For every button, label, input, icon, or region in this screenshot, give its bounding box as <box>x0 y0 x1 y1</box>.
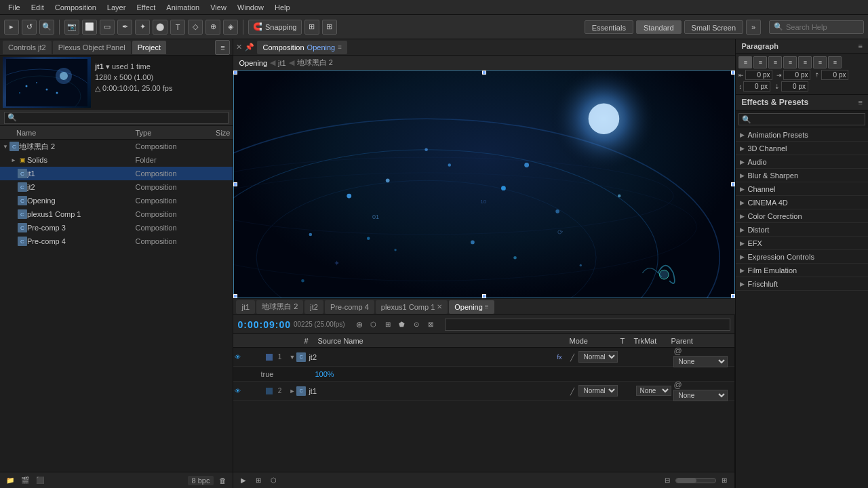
tl-tab-opening[interactable]: Opening ≡ <box>449 300 494 314</box>
layer-parent-select[interactable]: None <box>673 390 728 401</box>
align-right-btn[interactable]: ≡ <box>768 56 782 68</box>
select-box-tool[interactable]: ⬜ <box>82 20 97 35</box>
layer-keyframe-icon[interactable]: ╱ <box>570 353 578 361</box>
project-item[interactable]: C Pre-comp 4 Composition <box>0 235 233 248</box>
layer-lock-icon[interactable] <box>258 387 266 395</box>
tab-controls[interactable]: Controls jt2 <box>3 41 52 54</box>
tl-tab-close-icon[interactable]: ≡ <box>485 303 489 310</box>
layer-expand-icon[interactable]: ▼ <box>289 354 295 361</box>
workspace-more[interactable]: » <box>746 20 761 35</box>
menu-edit[interactable]: Edit <box>26 0 50 15</box>
workspace-essentials[interactable]: Essentials <box>585 20 633 34</box>
project-search-input[interactable] <box>19 114 225 122</box>
delete-btn[interactable]: 🗑 <box>216 474 229 487</box>
effect-cat-color-correction[interactable]: ▶ Color Correction <box>736 209 868 223</box>
layer-expand-icon[interactable]: ► <box>289 388 295 394</box>
expand-arrow-icon[interactable]: ► <box>11 157 18 163</box>
workspace-small-screen[interactable]: Small Screen <box>684 20 743 34</box>
layer-lock-icon[interactable] <box>258 353 266 361</box>
layer-audio-icon[interactable] <box>241 387 250 395</box>
align-just-all-btn[interactable]: ≡ <box>828 56 842 68</box>
tl-ctrl-1[interactable]: ⊛ <box>353 319 366 331</box>
opacity-value[interactable]: 100% <box>315 370 334 378</box>
mask-tool[interactable]: ▭ <box>100 20 115 35</box>
puppet-tool[interactable]: ⊕ <box>205 20 220 35</box>
project-item[interactable]: C Pre-comp 3 Composition <box>0 221 233 235</box>
comp-settings-icon[interactable]: ≡ <box>338 43 342 51</box>
timeline-current-time[interactable]: 0:00:09:00 <box>237 319 291 330</box>
menu-view[interactable]: View <box>205 0 232 15</box>
project-item[interactable]: C Opening Composition <box>0 194 233 207</box>
layer-audio-icon[interactable] <box>241 353 250 361</box>
panel-options-btn[interactable]: ≡ <box>215 40 230 55</box>
layer-visibility-icon[interactable]: 👁 <box>233 353 241 361</box>
tl-zoom-in[interactable]: ⊞ <box>718 474 730 487</box>
align-just-right-btn[interactable]: ≡ <box>813 56 827 68</box>
layer-trkmat-select[interactable]: None <box>636 386 671 396</box>
project-item[interactable]: C jt2 Composition <box>0 180 233 194</box>
breadcrumb-jt1[interactable]: jt1 <box>278 59 286 67</box>
tl-bottom-2[interactable]: ⊞ <box>252 474 264 487</box>
effect-cat-3d-channel[interactable]: ▶ 3D Channel <box>736 142 868 155</box>
space-before-input[interactable] <box>743 81 770 92</box>
effect-cat-frischluft[interactable]: ▶ Frischluft <box>736 277 868 291</box>
tl-tab-jt1[interactable]: jt1 <box>236 300 255 314</box>
new-comp-btn[interactable]: 🎬 <box>19 474 31 487</box>
effect-cat-film-emulation[interactable]: ▶ Film Emulation <box>736 264 868 277</box>
layer-visibility-icon[interactable]: 👁 <box>233 387 241 395</box>
rotation-tool[interactable]: ↺ <box>22 20 37 35</box>
effect-cat-audio[interactable]: ▶ Audio <box>736 155 868 169</box>
menu-help[interactable]: Help <box>269 0 296 15</box>
align-just-left-btn[interactable]: ≡ <box>783 56 797 68</box>
tl-tab-jt2[interactable]: jt2 <box>304 300 323 314</box>
breadcrumb-opening[interactable]: Opening <box>239 59 267 67</box>
menu-file[interactable]: File <box>3 0 26 15</box>
layer-mode-select[interactable]: Normal <box>578 385 618 396</box>
tl-ctrl-6[interactable]: ⊠ <box>425 319 437 331</box>
menu-animation[interactable]: Animation <box>161 0 205 15</box>
tl-tab-diqiu[interactable]: 地球黑白 2 <box>256 300 303 314</box>
layer-name[interactable]: jt2 <box>309 353 317 361</box>
bpc-selector[interactable]: 8 bpc <box>188 476 214 485</box>
layer-label-icon[interactable] <box>266 354 273 361</box>
tl-ctrl-3[interactable]: ⊞ <box>382 319 394 331</box>
tl-tab-close-icon[interactable]: ✕ <box>437 303 442 310</box>
indent-left-input[interactable] <box>745 70 772 80</box>
expand-arrow-icon[interactable]: ▼ <box>3 144 9 150</box>
effect-cat-channel[interactable]: ▶ Channel <box>736 182 868 196</box>
search-tool[interactable]: 🔍 <box>39 20 54 35</box>
effect-cat-distort[interactable]: ▶ Distort <box>736 223 868 237</box>
menu-layer[interactable]: Layer <box>102 0 132 15</box>
tl-tab-plexus1[interactable]: plexus1 Comp 1 ✕ <box>376 300 448 314</box>
tl-bottom-3[interactable]: ⬡ <box>267 474 279 487</box>
comp-close-icon[interactable]: ✕ <box>236 43 242 52</box>
project-item[interactable]: C jt1 Composition <box>0 167 233 180</box>
layer-fx-icon[interactable]: fx <box>557 354 561 361</box>
camera-tool[interactable]: 📷 <box>64 20 79 35</box>
space-after-input[interactable] <box>781 81 808 92</box>
new-folder-btn[interactable]: 📁 <box>4 474 16 487</box>
breadcrumb-diqiu[interactable]: 地球黑白 2 <box>297 58 333 68</box>
indent-right-input[interactable] <box>783 70 810 80</box>
tab-project[interactable]: Project <box>132 41 166 54</box>
align-tool[interactable]: ⊞ <box>304 20 319 35</box>
tl-zoom-out[interactable]: ⊟ <box>661 474 673 487</box>
align-left-btn[interactable]: ≡ <box>738 56 752 68</box>
indent-top-input[interactable] <box>821 70 848 80</box>
workspace-standard[interactable]: Standard <box>636 20 682 34</box>
align-center-btn[interactable]: ≡ <box>753 56 767 68</box>
effects-search-input[interactable] <box>753 115 862 123</box>
project-item[interactable]: ► ▣ Solids Folder <box>0 153 233 167</box>
text-tool[interactable]: T <box>170 20 185 35</box>
tl-zoom-slider[interactable] <box>675 478 716 483</box>
effects-options-icon[interactable]: ≡ <box>859 98 863 106</box>
clone-tool[interactable]: ✦ <box>135 20 150 35</box>
effect-cat-cinema4d[interactable]: ▶ CINEMA 4D <box>736 196 868 209</box>
effect-cat-expression-controls[interactable]: ▶ Expression Controls <box>736 250 868 264</box>
select-tool[interactable]: ▸ <box>4 20 19 35</box>
tl-bottom-1[interactable]: ▶ <box>237 474 250 487</box>
tl-ctrl-5[interactable]: ⊙ <box>410 319 422 331</box>
paragraph-options-icon[interactable]: ≡ <box>859 42 863 50</box>
eraser-tool[interactable]: ◇ <box>188 20 203 35</box>
layer-mode-select[interactable]: Normal <box>578 351 618 363</box>
